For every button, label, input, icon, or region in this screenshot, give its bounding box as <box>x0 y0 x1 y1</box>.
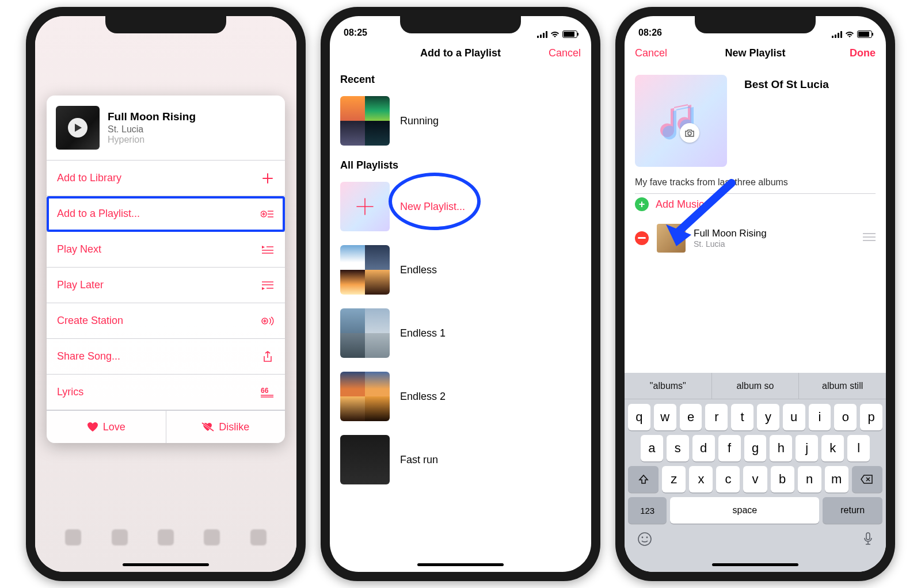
action-add-to-playlist[interactable]: Add to a Playlist... <box>47 196 285 232</box>
key-o[interactable]: o <box>834 404 857 430</box>
action-sheet: Full Moon Rising St. Lucia Hyperion Add … <box>47 96 285 443</box>
suggestion-1[interactable]: "albums" <box>625 373 711 399</box>
track-row[interactable]: Full Moon Rising St. Lucia <box>625 219 886 257</box>
key-j[interactable]: j <box>796 435 818 461</box>
key-z[interactable]: z <box>662 466 686 492</box>
home-indicator[interactable] <box>123 563 209 566</box>
key-v[interactable]: v <box>743 466 767 492</box>
cancel-button[interactable]: Cancel <box>549 47 581 59</box>
emoji-icon[interactable] <box>637 532 652 549</box>
signal-icon <box>537 31 547 38</box>
key-m[interactable]: m <box>825 466 848 492</box>
dislike-button[interactable]: Dislike <box>166 411 286 443</box>
key-d[interactable]: d <box>692 435 715 461</box>
key-space[interactable]: space <box>670 497 819 524</box>
song-header[interactable]: Full Moon Rising St. Lucia Hyperion <box>47 96 285 161</box>
suggestion-bar: "albums" album so album still <box>625 373 886 399</box>
heart-icon <box>87 422 98 432</box>
playlist-name: Running <box>400 115 439 127</box>
plus-icon <box>355 197 375 216</box>
wifi-icon <box>845 31 854 38</box>
action-label: Play Later <box>57 279 104 291</box>
key-u[interactable]: u <box>783 404 805 430</box>
love-label: Love <box>103 421 125 433</box>
action-label: Add to Library <box>57 172 121 184</box>
cancel-button[interactable]: Cancel <box>635 47 667 59</box>
track-artist: St. Lucia <box>694 239 767 249</box>
add-music-label: Add Music <box>656 198 704 211</box>
key-s[interactable]: s <box>667 435 689 461</box>
action-add-to-library[interactable]: Add to Library <box>47 161 285 196</box>
action-lyrics[interactable]: Lyrics 66 <box>47 375 285 410</box>
action-create-station[interactable]: Create Station <box>47 303 285 339</box>
suggestion-3[interactable]: album still <box>798 373 886 399</box>
action-share-song[interactable]: Share Song... <box>47 339 285 375</box>
key-123[interactable]: 123 <box>628 497 667 524</box>
playlist-cover[interactable] <box>635 75 727 167</box>
action-label: Share Song... <box>57 350 120 362</box>
love-button[interactable]: Love <box>47 411 166 443</box>
playlist-row-fastrun[interactable]: Fast run <box>330 428 591 491</box>
suggestion-2[interactable]: album so <box>711 373 799 399</box>
key-y[interactable]: y <box>757 404 779 430</box>
section-all: All Playlists <box>330 152 591 175</box>
keyboard[interactable]: "albums" album so album still q w e r t … <box>625 373 886 572</box>
playlist-name-field[interactable]: Best Of St Lucia <box>737 67 836 91</box>
key-e[interactable]: e <box>680 404 702 430</box>
description-field[interactable]: My fave tracks from last three albums <box>625 167 886 193</box>
key-r[interactable]: r <box>705 404 728 430</box>
action-play-later[interactable]: Play Later <box>47 268 285 303</box>
home-indicator[interactable] <box>417 563 504 566</box>
playlist-row-running[interactable]: Running <box>330 89 591 152</box>
key-shift[interactable] <box>628 466 659 492</box>
camera-icon[interactable] <box>680 123 699 143</box>
key-n[interactable]: n <box>798 466 821 492</box>
done-button[interactable]: Done <box>850 47 876 59</box>
playlist-row-new[interactable]: New Playlist... <box>330 175 591 238</box>
playlist-row-endless[interactable]: Endless <box>330 238 591 301</box>
signal-icon <box>832 31 842 38</box>
playlist-row-endless2[interactable]: Endless 2 <box>330 365 591 428</box>
key-w[interactable]: w <box>654 404 676 430</box>
key-t[interactable]: t <box>731 404 753 430</box>
reorder-handle-icon[interactable] <box>863 233 876 243</box>
dictation-icon[interactable] <box>863 532 873 549</box>
battery-icon <box>857 30 872 38</box>
svg-point-5 <box>642 537 644 539</box>
key-backspace[interactable] <box>852 466 882 492</box>
lyrics-icon: 66 <box>261 387 275 398</box>
status-time: 08:25 <box>344 28 367 38</box>
playlist-thumb <box>340 308 390 358</box>
key-f[interactable]: f <box>718 435 741 461</box>
wifi-icon <box>550 31 560 38</box>
key-x[interactable]: x <box>689 466 713 492</box>
phone-2: 08:25 Add to a Playlist Cancel Recent Ru… <box>321 7 600 581</box>
svg-text:66: 66 <box>261 387 269 395</box>
add-music-button[interactable]: + Add Music <box>625 194 886 219</box>
play-icon[interactable] <box>68 118 87 138</box>
action-label: Lyrics <box>57 386 83 398</box>
svg-rect-7 <box>866 533 870 540</box>
key-a[interactable]: a <box>641 435 663 461</box>
album-art[interactable] <box>56 106 100 150</box>
status-time: 08:26 <box>638 28 662 38</box>
playlist-row-endless1[interactable]: Endless 1 <box>330 301 591 365</box>
playlist-name: Fast run <box>400 454 438 466</box>
key-p[interactable]: p <box>860 404 882 430</box>
key-return[interactable]: return <box>823 497 882 524</box>
nav-title: Add to a Playlist <box>420 47 501 59</box>
key-k[interactable]: k <box>821 435 844 461</box>
action-play-next[interactable]: Play Next <box>47 232 285 268</box>
key-b[interactable]: b <box>771 466 794 492</box>
key-q[interactable]: q <box>628 404 650 430</box>
key-c[interactable]: c <box>716 466 740 492</box>
home-indicator[interactable] <box>712 563 798 566</box>
key-g[interactable]: g <box>744 435 767 461</box>
key-h[interactable]: h <box>770 435 792 461</box>
key-i[interactable]: i <box>809 404 831 430</box>
key-l[interactable]: l <box>847 435 870 461</box>
remove-circle-icon[interactable] <box>635 231 649 245</box>
track-thumb <box>657 224 686 253</box>
song-title: Full Moon Rising <box>108 110 196 123</box>
song-album: Hyperion <box>108 135 196 145</box>
